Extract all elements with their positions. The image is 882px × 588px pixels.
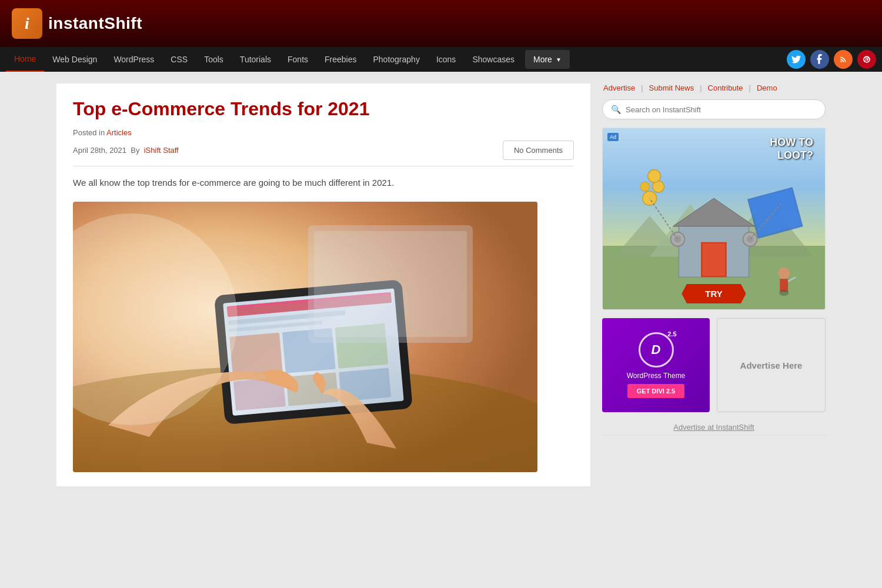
nav-item-photography[interactable]: Photography (365, 48, 428, 71)
svg-rect-15 (314, 231, 467, 337)
logo[interactable]: i instantShift (12, 8, 142, 39)
nav-item-showcases[interactable]: Showcases (464, 48, 523, 71)
svg-point-26 (640, 182, 650, 191)
nav-item-css[interactable]: CSS (162, 48, 196, 71)
logo-text: instantShift (48, 14, 142, 33)
search-input[interactable] (626, 105, 817, 114)
nav-links: Home Web Design WordPress CSS Tools Tuto… (6, 47, 775, 72)
sidebar-contribute-link[interactable]: Contribute (707, 83, 744, 92)
sidebar-demo-link[interactable]: Demo (756, 83, 779, 92)
advertise-at-link[interactable]: Advertise at InstantShift (602, 419, 826, 436)
nav-item-wordpress[interactable]: WordPress (105, 48, 162, 71)
chevron-down-icon: ▼ (556, 56, 562, 63)
article-byline: April 28th, 2021 By iShift Staff No Comm… (73, 141, 574, 166)
ad-divi-banner[interactable]: D 2.5 WordPress Theme GET DIVI 2.5 (602, 318, 710, 412)
article-excerpt: We all know the top trends for e-commerc… (73, 176, 574, 190)
article-title: Top e-Commerce Trends for 2021 (73, 98, 574, 120)
no-comments-button[interactable]: No Comments (503, 141, 574, 160)
ad-row: D 2.5 WordPress Theme GET DIVI 2.5 Adver… (602, 318, 826, 412)
article-category[interactable]: Articles (106, 128, 132, 137)
svg-line-38 (788, 277, 796, 281)
article-meta: Posted in Articles (73, 128, 574, 137)
nav-item-webdesign[interactable]: Web Design (44, 48, 105, 71)
pinterest-icon[interactable] (857, 50, 876, 69)
nav-item-fonts[interactable]: Fonts (279, 48, 316, 71)
sidebar: Advertise | Submit News | Contribute | D… (602, 83, 826, 486)
more-dropdown-button[interactable]: More ▼ (525, 50, 570, 69)
sidebar-advertise-link[interactable]: Advertise (602, 83, 636, 92)
ad-here-banner[interactable]: Advertise Here (717, 318, 826, 412)
sidebar-top-links: Advertise | Submit News | Contribute | D… (602, 83, 826, 92)
nav-item-icons[interactable]: Icons (428, 48, 464, 71)
divi-logo: D 2.5 (639, 332, 674, 368)
logo-icon: i (12, 8, 42, 39)
navbar: Home Web Design WordPress CSS Tools Tuto… (0, 47, 882, 72)
divi-text: WordPress Theme (627, 371, 686, 381)
article-author[interactable]: iShift Staff (144, 146, 179, 155)
nav-item-freebies[interactable]: Freebies (316, 48, 365, 71)
search-icon: 🔍 (611, 105, 621, 114)
svg-rect-23 (702, 243, 726, 276)
facebook-icon[interactable] (810, 50, 829, 69)
nav-item-tools[interactable]: Tools (196, 48, 232, 71)
divi-cta-button[interactable]: GET DIVI 2.5 (627, 384, 684, 398)
ad-game-banner[interactable]: Ad HOW TOLOOT? (602, 128, 826, 310)
svg-point-36 (778, 267, 790, 279)
nav-item-home[interactable]: Home (6, 47, 44, 72)
sidebar-submit-news-link[interactable]: Submit News (648, 83, 696, 92)
svg-point-27 (648, 170, 661, 183)
social-icons (775, 50, 876, 69)
content-wrapper: Top e-Commerce Trends for 2021 Posted in… (47, 72, 835, 498)
ad-game-try-button[interactable]: TRY (681, 284, 746, 303)
svg-rect-37 (780, 279, 788, 292)
nav-item-tutorials[interactable]: Tutorials (232, 48, 279, 71)
site-header: i instantShift (0, 0, 882, 47)
twitter-icon[interactable] (787, 50, 806, 69)
rss-icon[interactable] (834, 50, 853, 69)
article-image (73, 202, 537, 472)
svg-point-39 (779, 290, 789, 296)
main-content: Top e-Commerce Trends for 2021 Posted in… (56, 83, 590, 486)
search-box: 🔍 (602, 99, 826, 119)
